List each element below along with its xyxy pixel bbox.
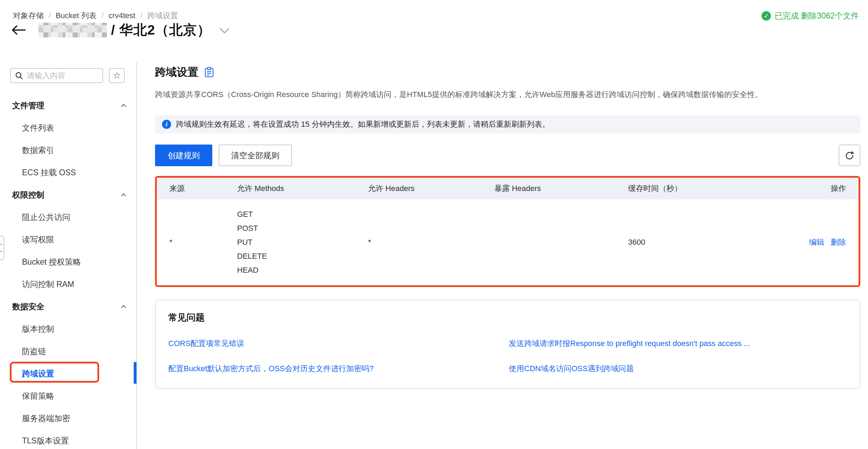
chevron-up-icon [121, 193, 126, 197]
col-cache-seconds: 缓存时间（秒） [628, 183, 764, 194]
sidebar-section-permission[interactable]: 权限控制 [0, 184, 136, 206]
page-header: / 华北2（北京） [11, 21, 230, 39]
info-banner-text: 跨域规则生效有延迟，将在设置成功 15 分钟内生效。如果新增或更新后，列表未更新… [176, 119, 550, 130]
faq-link-cors-errors[interactable]: CORS配置项常见错误 [168, 338, 509, 349]
table-row: * GET POST PUT DELETE HEAD * 3600 编辑 删除 [157, 199, 859, 285]
sidebar-item-block-public-access[interactable]: 阻止公共访问 [0, 206, 136, 228]
col-exposed-headers: 暴露 Headers [494, 183, 628, 194]
cell-actions: 编辑 删除 [764, 237, 846, 248]
success-check-icon: ✓ [762, 11, 771, 21]
breadcrumb-item-bucket-list[interactable]: Bucket 列表 [56, 10, 96, 21]
breadcrumb-item-current: 跨域设置 [147, 10, 178, 21]
back-arrow-icon [11, 24, 27, 36]
section-title: 跨域设置 [155, 65, 198, 80]
cell-source: * [169, 238, 237, 247]
sidebar-item-cors-settings[interactable]: 跨域设置 [0, 362, 136, 385]
cell-cache-seconds: 3600 [628, 238, 764, 247]
task-status-label: 已完成 删除3062个文件 [774, 10, 859, 21]
faq-title: 常见问题 [168, 311, 847, 324]
breadcrumb: 对象存储 / Bucket 列表 / crv4test / 跨域设置 [13, 10, 178, 21]
col-actions: 操作 [764, 183, 846, 194]
sidebar-item-server-side-encryption[interactable]: 服务器端加密 [0, 407, 136, 429]
info-icon: i [162, 120, 171, 129]
chevron-up-icon [121, 104, 126, 107]
sidebar-divider [136, 62, 137, 449]
sidebar-item-ram-access-control[interactable]: 访问控制 RAM [0, 273, 136, 295]
col-source: 来源 [169, 183, 237, 194]
edit-link[interactable]: 编辑 [809, 237, 824, 248]
breadcrumb-separator: / [102, 11, 104, 20]
refresh-button[interactable] [839, 145, 860, 166]
task-status[interactable]: ✓ 已完成 删除3062个文件 [762, 10, 859, 21]
sidebar-item-data-index[interactable]: 数据索引 [0, 139, 136, 161]
bucket-name-redacted [38, 23, 107, 37]
sidebar-collapse-handle[interactable] [0, 236, 4, 260]
table-header-row: 来源 允许 Methods 允许 Headers 暴露 Headers 缓存时间… [157, 178, 859, 199]
sidebar-search-row: ☆ [10, 68, 125, 83]
delete-link[interactable]: 删除 [831, 237, 846, 248]
faq-card: 常见问题 CORS配置项常见错误 发送跨域请求时报Response to pre… [155, 300, 860, 389]
search-input[interactable] [27, 71, 93, 80]
page-title: / 华北2（北京） [111, 21, 211, 39]
col-allowed-methods: 允许 Methods [237, 183, 368, 194]
sidebar-item-ecs-mount[interactable]: ECS 挂载 OSS [0, 161, 136, 184]
sidebar-section-data-security[interactable]: 数据安全 [0, 295, 136, 318]
col-allowed-headers: 允许 Headers [368, 183, 494, 194]
sidebar-item-versioning[interactable]: 版本控制 [0, 318, 136, 340]
faq-link-cdn-cors[interactable]: 使用CDN域名访问OSS遇到跨域问题 [509, 363, 847, 374]
section-description: 跨域资源共享CORS（Cross-Origin Resource Sharing… [155, 89, 860, 100]
info-banner: i 跨域规则生效有延迟，将在设置成功 15 分钟内生效。如果新增或更新后，列表未… [155, 115, 860, 133]
sidebar-item-hotlink-protection[interactable]: 防盗链 [0, 340, 136, 362]
clear-all-rules-button[interactable]: 清空全部规则 [219, 145, 292, 166]
sidebar-item-tls-version[interactable]: TLS版本设置 [0, 429, 136, 449]
sidebar-item-bucket-policy[interactable]: Bucket 授权策略 [0, 251, 136, 273]
breadcrumb-item-bucket[interactable]: crv4test [109, 11, 135, 20]
doc-clipboard-icon[interactable] [205, 67, 214, 78]
toolbar: 创建规则 清空全部规则 [155, 145, 860, 166]
breadcrumb-separator: / [140, 11, 142, 20]
faq-link-bucket-encryption[interactable]: 配置Bucket默认加密方式后，OSS会对历史文件进行加密吗? [168, 363, 509, 374]
sidebar-section-file-management[interactable]: 文件管理 [0, 94, 136, 117]
create-rule-button[interactable]: 创建规则 [155, 145, 212, 166]
sidebar-item-read-write-permission[interactable]: 读写权限 [0, 228, 136, 251]
chevron-down-icon[interactable] [219, 28, 230, 35]
breadcrumb-separator: / [49, 11, 51, 20]
cors-rules-table: 来源 允许 Methods 允许 Headers 暴露 Headers 缓存时间… [155, 176, 860, 287]
refresh-icon [844, 150, 855, 161]
cell-methods: GET POST PUT DELETE HEAD [237, 207, 368, 277]
cell-allowed-headers: * [368, 238, 494, 247]
chevron-up-icon [121, 305, 126, 308]
main-content: 跨域设置 跨域资源共享CORS（Cross-Origin Resource Sh… [155, 65, 860, 389]
sidebar-item-retention-policy[interactable]: 保留策略 [0, 385, 136, 407]
faq-link-preflight[interactable]: 发送跨域请求时报Response to preflight request do… [509, 338, 847, 349]
search-box [10, 68, 103, 83]
sidebar-menu: 文件管理 文件列表 数据索引 ECS 挂载 OSS 权限控制 阻止公共访问 读写… [0, 94, 136, 449]
active-item-indicator [134, 362, 137, 384]
search-icon [15, 72, 23, 80]
sidebar-item-file-list[interactable]: 文件列表 [0, 117, 136, 139]
breadcrumb-item-oss[interactable]: 对象存储 [13, 10, 44, 21]
back-button[interactable] [11, 22, 29, 38]
favorites-button[interactable]: ☆ [109, 68, 125, 83]
star-icon: ☆ [113, 70, 121, 81]
